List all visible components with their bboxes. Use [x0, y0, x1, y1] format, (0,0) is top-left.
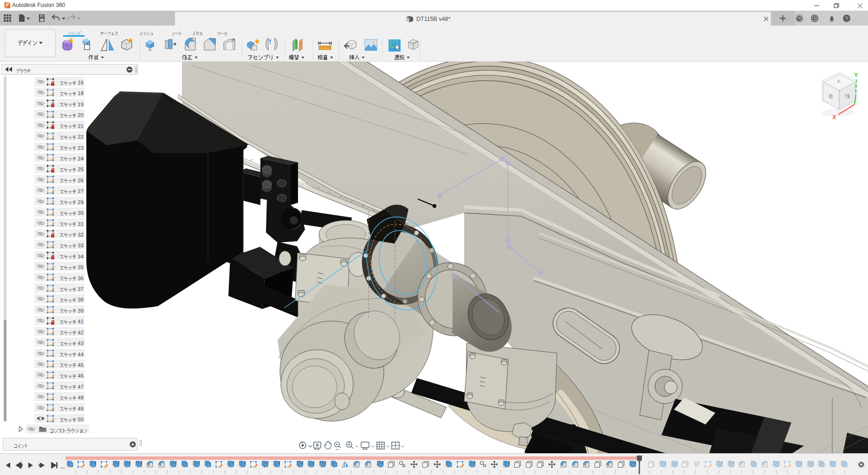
- svg-text:X: X: [832, 114, 836, 121]
- svg-text:?: ?: [845, 16, 848, 21]
- svg-text:Y: Y: [854, 71, 858, 78]
